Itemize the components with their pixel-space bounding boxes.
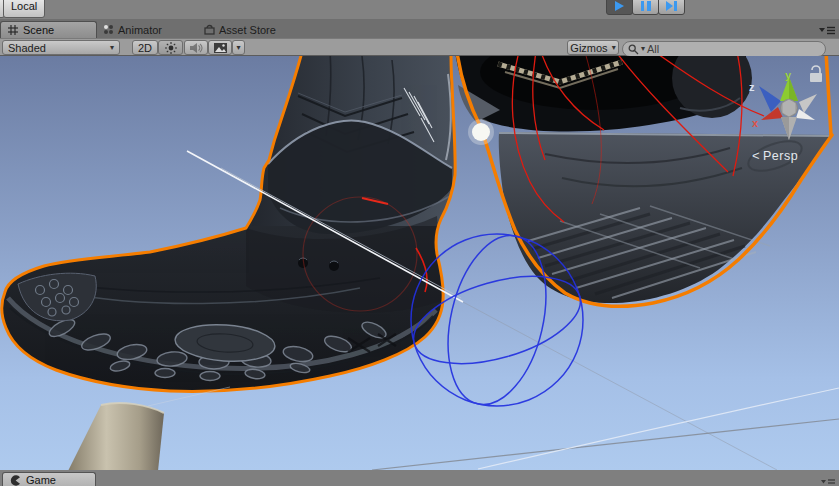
scene-render: y z x < Persp	[0, 56, 839, 470]
search-filter-chevron-icon[interactable]: ▾	[641, 45, 645, 53]
tab-scene[interactable]: Scene	[0, 21, 97, 38]
step-forward-icon	[666, 1, 677, 11]
axis-cone-gray-ur[interactable]	[799, 94, 817, 113]
package-icon	[204, 24, 215, 35]
tab-animator[interactable]: Animator	[103, 22, 162, 37]
speaker-icon	[190, 42, 203, 54]
step-button[interactable]	[658, 0, 685, 15]
image-icon	[214, 43, 227, 53]
state-machine-icon	[103, 24, 114, 35]
gizmos-dropdown[interactable]: Gizmos ▾	[567, 40, 619, 55]
play-button[interactable]	[606, 0, 633, 15]
search-value: All	[647, 43, 659, 55]
left-boot-object[interactable]	[2, 56, 462, 391]
view-tab-bar: Scene Animator Asset Store	[0, 19, 839, 38]
chevron-down-icon: ▾	[110, 44, 114, 52]
draw-mode-label: Shaded	[8, 42, 46, 54]
game-tab-menu-icon[interactable]	[821, 479, 836, 486]
light-blob	[468, 119, 494, 145]
handle-rotation-local-button[interactable]: Local	[3, 0, 45, 18]
projection-label: Persp	[763, 149, 798, 163]
tab-animator-label: Animator	[118, 24, 162, 36]
axis-x-label: x	[752, 117, 759, 129]
play-icon	[615, 1, 624, 11]
right-boot-object[interactable]	[455, 56, 832, 306]
unity-editor-window: Local Scene	[0, 0, 839, 486]
pacman-icon	[10, 475, 21, 486]
tab-asset-store-label: Asset Store	[219, 24, 276, 36]
tab-game[interactable]: Game	[2, 472, 96, 486]
scene-orientation-gizmo[interactable]: y z x	[749, 69, 817, 140]
scene-search-field[interactable]: ▾ All	[622, 41, 826, 57]
gizmos-label: Gizmos	[570, 42, 607, 54]
grid-icon	[8, 25, 18, 35]
sun-icon	[165, 42, 177, 54]
chevron-down-icon: ▾	[612, 44, 616, 52]
pause-button[interactable]	[632, 0, 659, 15]
axis-z-label: z	[749, 81, 755, 93]
magnifier-icon	[628, 44, 639, 55]
playback-controls	[607, 0, 685, 15]
selection-outline	[826, 56, 831, 135]
cylinder-object[interactable]	[68, 403, 164, 470]
tab-asset-store[interactable]: Asset Store	[204, 22, 276, 37]
tab-scene-label: Scene	[23, 24, 54, 36]
projection-toggle[interactable]: < Persp	[752, 148, 798, 163]
projection-arrow-icon: <	[752, 148, 760, 163]
effects-dropdown-button[interactable]: ▾	[232, 40, 245, 55]
chevron-down-icon: ▾	[236, 44, 240, 52]
bottom-tab-bar: Game	[0, 470, 839, 486]
lighting-toggle-button[interactable]	[158, 40, 183, 55]
tab-menu-icon[interactable]	[819, 26, 836, 35]
lock-icon	[810, 66, 822, 82]
axis-y-label: y	[785, 69, 792, 81]
editor-top-strip: Local	[0, 0, 839, 19]
scene-view-toolbar: Shaded ▾ 2D	[0, 38, 839, 56]
pause-icon	[641, 1, 651, 11]
audio-toggle-button[interactable]	[184, 40, 208, 55]
scene-viewport[interactable]: y z x < Persp	[0, 56, 839, 470]
effects-toggle-button[interactable]	[208, 40, 232, 55]
tab-game-label: Game	[26, 474, 56, 486]
draw-mode-dropdown[interactable]: Shaded ▾	[2, 40, 120, 55]
toggle-2d-button[interactable]: 2D	[132, 40, 158, 55]
